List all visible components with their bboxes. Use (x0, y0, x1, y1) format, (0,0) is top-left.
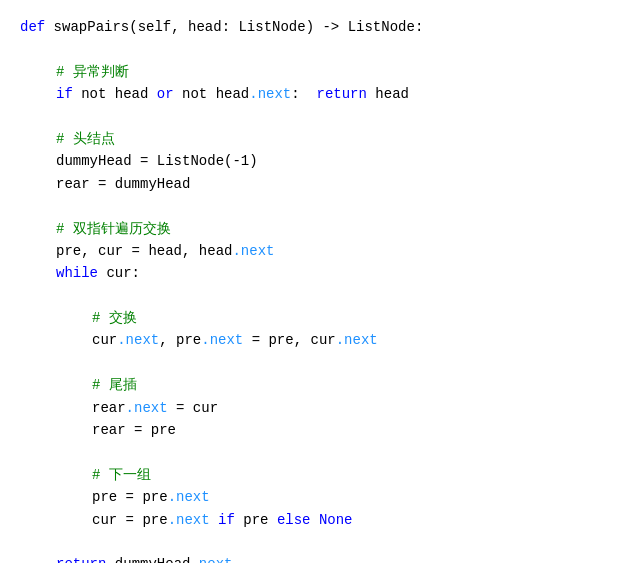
code-line (20, 106, 605, 128)
code-line: # 交换 (20, 307, 605, 329)
code-line: # 双指针遍历交换 (20, 218, 605, 240)
code-token: .next (336, 329, 378, 351)
code-token: if (218, 509, 235, 531)
code-token: # 尾插 (92, 374, 137, 396)
code-token: = pre, cur (243, 329, 335, 351)
code-line (20, 285, 605, 307)
code-line: # 头结点 (20, 128, 605, 150)
code-line: dummyHead = ListNode(-1) (20, 150, 605, 172)
code-token: # 交换 (92, 307, 137, 329)
code-token: return (56, 553, 106, 563)
code-line (20, 531, 605, 553)
code-token: pre, cur = head, head (56, 240, 232, 262)
code-line: rear = pre (20, 419, 605, 441)
code-token: pre = pre (92, 486, 168, 508)
code-token: while (56, 262, 98, 284)
code-token: or (157, 83, 174, 105)
code-line (20, 441, 605, 463)
code-token: .next (232, 240, 274, 262)
code-token: not head (73, 83, 157, 105)
code-token (210, 509, 218, 531)
code-token: dummyHead (106, 553, 190, 563)
code-line: rear = dummyHead (20, 173, 605, 195)
code-line: cur = pre.next if pre else None (20, 509, 605, 531)
code-token: # 下一组 (92, 464, 151, 486)
code-lines: def swapPairs(self, head: ListNode) -> L… (20, 16, 605, 563)
code-line: # 下一组 (20, 464, 605, 486)
code-token: .next (117, 329, 159, 351)
code-line: def swapPairs(self, head: ListNode) -> L… (20, 16, 605, 38)
code-token: .next (190, 553, 232, 563)
code-token: swapPairs(self, head: ListNode) -> ListN… (45, 16, 423, 38)
code-token: rear = pre (92, 419, 176, 441)
code-line: # 尾插 (20, 374, 605, 396)
code-line: # 异常判断 (20, 61, 605, 83)
code-line: while cur: (20, 262, 605, 284)
code-token: not head (174, 83, 250, 105)
code-token: rear = dummyHead (56, 173, 190, 195)
code-token: def (20, 16, 45, 38)
code-token: = cur (168, 397, 218, 419)
code-line: if not head or not head.next: return hea… (20, 83, 605, 105)
code-line: rear.next = cur (20, 397, 605, 419)
code-token: dummyHead = ListNode(-1) (56, 150, 258, 172)
code-token: head (367, 83, 409, 105)
code-token: .next (168, 509, 210, 531)
code-token: # 双指针遍历交换 (56, 218, 171, 240)
code-token: .next (201, 329, 243, 351)
code-line: pre = pre.next (20, 486, 605, 508)
code-line (20, 195, 605, 217)
code-token: return (317, 83, 367, 105)
code-token: .next (168, 486, 210, 508)
code-editor: def swapPairs(self, head: ListNode) -> L… (0, 0, 625, 563)
code-token: if (56, 83, 73, 105)
code-line (20, 38, 605, 60)
code-token: # 头结点 (56, 128, 115, 150)
code-token: .next (249, 83, 291, 105)
code-token: cur (92, 329, 117, 351)
code-token: else (277, 509, 311, 531)
code-token: cur = pre (92, 509, 168, 531)
code-token: .next (126, 397, 168, 419)
code-token: rear (92, 397, 126, 419)
code-line: return dummyHead.next (20, 553, 605, 563)
code-line: cur.next, pre.next = pre, cur.next (20, 329, 605, 351)
code-token: cur: (98, 262, 140, 284)
code-token: pre (235, 509, 277, 531)
code-token: # 异常判断 (56, 61, 129, 83)
code-line: pre, cur = head, head.next (20, 240, 605, 262)
code-line (20, 352, 605, 374)
code-token: , pre (159, 329, 201, 351)
code-token: None (310, 509, 352, 531)
code-token: : (291, 83, 316, 105)
